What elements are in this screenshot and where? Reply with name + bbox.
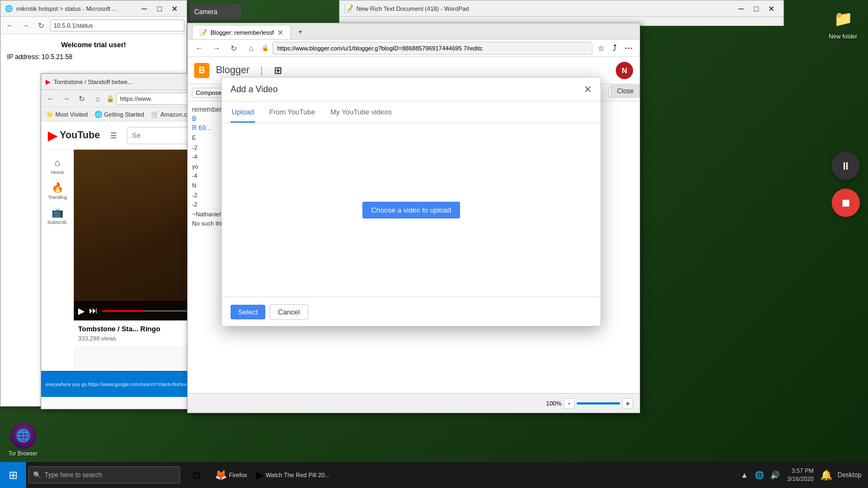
- bookmark-amazon[interactable]: 🛒 Amazon.c...: [151, 111, 192, 118]
- youtube-favicon: ▶: [46, 78, 50, 86]
- tor-label: Tor Browser: [9, 451, 37, 457]
- mikrotik-titlebar: 🌐 mikrotik hotspot > status - Microsoft …: [1, 1, 187, 17]
- wordpad-title: New Rich Text Document (418) - WordPad: [356, 5, 730, 12]
- taskbar-app-firefox[interactable]: 🦊 Firefox: [210, 463, 252, 487]
- zoom-level: 100%: [546, 400, 561, 407]
- stop-recording-button[interactable]: ⏹: [832, 189, 860, 217]
- yt-home-button[interactable]: ⌂: [91, 92, 105, 106]
- windows-logo-icon: ⊞: [9, 468, 18, 481]
- tray-clock[interactable]: 3:57 PM 3/16/2020: [784, 467, 817, 484]
- firefox-taskbar-label: Firefox: [229, 472, 247, 478]
- mikrotik-address-bar[interactable]: [50, 20, 184, 31]
- yt-sidebar-home[interactable]: ⌂ Home: [41, 154, 74, 178]
- yt-sidebar-subs[interactable]: 📺 Subscrib.: [41, 203, 74, 228]
- mikrotik-forward-button[interactable]: →: [18, 18, 33, 33]
- modal-cancel-button[interactable]: Cancel: [270, 304, 308, 320]
- mikrotik-reload-button[interactable]: ↻: [34, 18, 48, 33]
- zoom-plus-button[interactable]: +: [622, 398, 633, 409]
- search-icon: 🔍: [33, 471, 41, 479]
- yt-progress-fill: [102, 310, 143, 312]
- blogger-logo[interactable]: B: [194, 63, 209, 78]
- home-icon: ⌂: [55, 157, 61, 169]
- modal-close-icon[interactable]: ✕: [584, 84, 592, 95]
- task-view-button[interactable]: ⧉: [184, 463, 208, 487]
- system-tray: ▲ 🌐 🔊 3:57 PM 3/16/2020 🔔 Desktop: [734, 467, 868, 484]
- blogger-share-icon[interactable]: ⤴: [610, 43, 619, 53]
- yt-forward-button[interactable]: →: [59, 92, 73, 106]
- mikrotik-back-button[interactable]: ←: [3, 18, 17, 33]
- blogger-back-button[interactable]: ←: [192, 41, 206, 55]
- amazon-icon: 🛒: [151, 111, 159, 118]
- modal-tab-my-youtube[interactable]: My YouTube videos: [329, 102, 393, 123]
- mikrotik-maximize-button[interactable]: □: [152, 1, 167, 16]
- trending-icon: 🔥: [52, 182, 63, 194]
- yt-security-icon: 🔒: [106, 95, 114, 102]
- mikrotik-content: Welcome trial user! IP address: 10.5.21.…: [1, 34, 187, 69]
- modal-title: Add a Video: [231, 85, 278, 94]
- blogger-home-button[interactable]: ⌂: [244, 41, 258, 55]
- task-view-icon: ⧉: [193, 469, 200, 481]
- modal-tab-upload[interactable]: Upload: [231, 102, 255, 123]
- blogger-reload-button[interactable]: ↻: [227, 41, 241, 55]
- blogger-forward-button[interactable]: →: [209, 41, 224, 55]
- blogger-close-button[interactable]: Close: [611, 85, 640, 98]
- tray-time-value: 3:57 PM: [787, 467, 814, 475]
- mikrotik-welcome: Welcome trial user!: [7, 41, 180, 49]
- yt-sidebar-trending[interactable]: 🔥 Trending: [41, 178, 74, 203]
- blogger-menu-icon[interactable]: ⋯: [622, 43, 635, 53]
- modal-body: Choose a video to upload: [222, 123, 601, 297]
- wordpad-minimize-button[interactable]: ─: [733, 1, 749, 16]
- yt-skip-button[interactable]: ⏭: [89, 306, 98, 316]
- blogger-user-avatar[interactable]: N: [616, 62, 633, 79]
- subscriptions-icon: 📺: [52, 207, 63, 219]
- blogger-tab-close[interactable]: ✕: [277, 28, 284, 37]
- blogger-address-input[interactable]: [272, 42, 592, 55]
- wordpad-titlebar: 📝 New Rich Text Document (418) - WordPad…: [340, 1, 783, 17]
- zoom-slider[interactable]: [577, 402, 620, 404]
- tray-icons-expand[interactable]: ▲: [738, 470, 750, 480]
- zoom-minus-button[interactable]: -: [564, 398, 575, 409]
- blogger-tab-title: Blogger: rememberlessf: [210, 29, 274, 36]
- bookmark-most-visited[interactable]: ⭐ Most Visited: [46, 111, 88, 118]
- yt-play-button[interactable]: ▶: [78, 306, 85, 316]
- desktop: 📁 New folder 🛡 AVG 💬 Skype 🖥 Desktop Sho…: [0, 0, 868, 488]
- modal-select-button[interactable]: Select: [231, 305, 265, 319]
- network-icon[interactable]: 🌐: [752, 470, 766, 480]
- blogger-tab[interactable]: 📝 Blogger: rememberlessf ✕: [192, 25, 291, 39]
- mikrotik-close-button[interactable]: ✕: [167, 1, 182, 16]
- youtube-logo[interactable]: ▶ YouTube: [48, 128, 100, 143]
- taskbar-search-box[interactable]: 🔍 Type here to search: [28, 466, 180, 484]
- desktop-icon-new-folder[interactable]: 📁 New folder: [824, 5, 863, 40]
- volume-icon[interactable]: 🔊: [768, 470, 782, 480]
- grid-icon: ⊞: [274, 65, 282, 76]
- wordpad-maximize-button[interactable]: □: [749, 1, 764, 16]
- blogger-status-bar: 100% - +: [188, 393, 640, 413]
- getting-started-icon: 🌐: [94, 111, 103, 118]
- blogger-bookmark-icon[interactable]: ☆: [596, 44, 607, 53]
- most-visited-icon: ⭐: [46, 111, 54, 118]
- start-button[interactable]: ⊞: [0, 462, 26, 488]
- choose-video-button[interactable]: Choose a video to upload: [362, 202, 459, 219]
- yt-hamburger-icon[interactable]: ☰: [106, 129, 120, 143]
- yt-reload-button[interactable]: ↻: [75, 92, 89, 106]
- yt-back-button[interactable]: ←: [43, 92, 58, 106]
- show-desktop-button[interactable]: Desktop: [835, 470, 864, 480]
- tor-browser-icon[interactable]: 🌐 Tor Browser: [3, 423, 43, 457]
- bookmark-getting-started[interactable]: 🌐 Getting Started: [94, 111, 144, 118]
- blogger-app-grid-icon[interactable]: ⊞: [274, 65, 282, 76]
- stop-icon: ⏹: [840, 197, 851, 209]
- add-video-modal: Add a Video ✕ Upload From YouTube My You…: [221, 77, 601, 326]
- mikrotik-toolbar: ← → ↻: [1, 17, 187, 34]
- mikrotik-minimize-button[interactable]: ─: [137, 1, 152, 16]
- mikrotik-favicon: 🌐: [5, 5, 13, 12]
- pause-recording-button[interactable]: ⏸: [832, 152, 860, 180]
- notification-button[interactable]: 🔔: [819, 468, 833, 482]
- compose-button[interactable]: Compose: [192, 88, 225, 98]
- modal-header: Add a Video ✕: [222, 78, 601, 101]
- blogger-brand: Blogger: [216, 65, 250, 76]
- modal-tab-from-youtube[interactable]: From YouTube: [268, 102, 316, 123]
- taskbar-app-watch[interactable]: ▶ Watch The Red Pill 20...: [252, 463, 334, 487]
- new-tab-button[interactable]: +: [293, 25, 308, 39]
- wordpad-close-button[interactable]: ✕: [764, 1, 779, 16]
- tray-date-value: 3/16/2020: [787, 475, 814, 483]
